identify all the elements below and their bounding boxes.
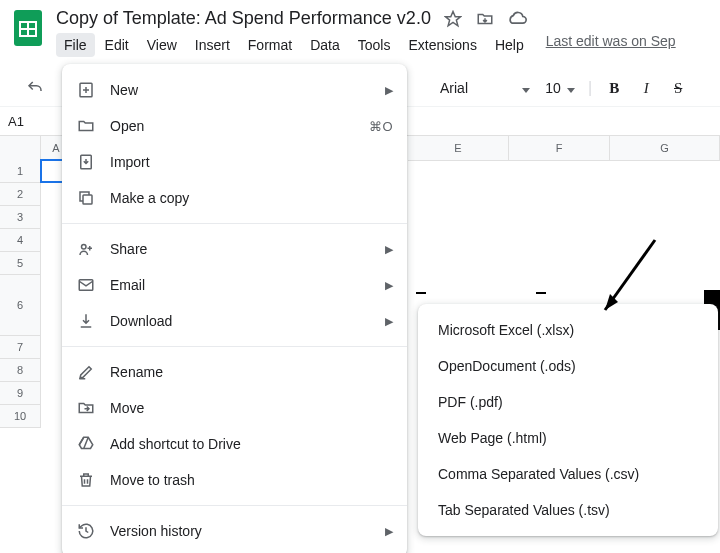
menu-separator <box>62 346 407 347</box>
submenu-arrow-icon: ▶ <box>385 315 393 328</box>
strikethrough-button[interactable]: S <box>664 74 692 102</box>
row-header[interactable]: 7 <box>0 336 40 359</box>
menu-view[interactable]: View <box>139 33 185 57</box>
column-header[interactable]: E <box>408 136 509 161</box>
sheets-logo[interactable] <box>8 8 48 48</box>
menu-format[interactable]: Format <box>240 33 300 57</box>
last-edit-link[interactable]: Last edit was on Sep <box>546 33 676 57</box>
row-header[interactable]: 9 <box>0 382 40 405</box>
menu-data[interactable]: Data <box>302 33 348 57</box>
row-header[interactable]: 4 <box>0 229 40 252</box>
submenu-arrow-icon: ▶ <box>385 84 393 97</box>
document-title[interactable]: Copy of Template: Ad Spend Performance v… <box>56 8 431 29</box>
menu-separator <box>62 505 407 506</box>
drive-shortcut-icon <box>76 434 96 454</box>
name-box[interactable]: A1 <box>0 114 50 129</box>
file-menu-rename[interactable]: Rename <box>62 354 407 390</box>
menu-item-label: Share <box>110 241 371 257</box>
menu-item-label: Version history <box>110 523 371 539</box>
download-html[interactable]: Web Page (.html) <box>418 420 718 456</box>
submenu-label: Microsoft Excel (.xlsx) <box>438 322 574 338</box>
svg-point-12 <box>82 245 87 250</box>
download-tsv[interactable]: Tab Separated Values (.tsv) <box>418 492 718 528</box>
download-ods[interactable]: OpenDocument (.ods) <box>418 348 718 384</box>
history-icon <box>76 521 96 541</box>
file-menu-download[interactable]: Download ▶ <box>62 303 407 339</box>
menu-item-label: Move to trash <box>110 472 393 488</box>
submenu-label: Tab Separated Values (.tsv) <box>438 502 610 518</box>
download-submenu: Microsoft Excel (.xlsx) OpenDocument (.o… <box>418 304 718 536</box>
select-all-corner[interactable] <box>0 136 41 161</box>
cloud-status-icon[interactable] <box>507 9 527 29</box>
file-menu-new[interactable]: New ▶ <box>62 72 407 108</box>
download-icon <box>76 311 96 331</box>
menu-help[interactable]: Help <box>487 33 532 57</box>
file-menu-make-copy[interactable]: Make a copy <box>62 180 407 216</box>
move-icon <box>76 398 96 418</box>
column-header[interactable]: F <box>509 136 610 161</box>
submenu-label: Web Page (.html) <box>438 430 547 446</box>
download-csv[interactable]: Comma Separated Values (.csv) <box>418 456 718 492</box>
font-name: Arial <box>440 80 468 96</box>
header: Copy of Template: Ad Spend Performance v… <box>0 0 720 70</box>
menu-extensions[interactable]: Extensions <box>400 33 484 57</box>
move-folder-icon[interactable] <box>475 9 495 29</box>
row-header[interactable]: 8 <box>0 359 40 382</box>
file-menu-version-history[interactable]: Version history ▶ <box>62 513 407 549</box>
font-size-select[interactable]: 10 <box>540 76 580 100</box>
file-menu-trash[interactable]: Move to trash <box>62 462 407 498</box>
menu-edit[interactable]: Edit <box>97 33 137 57</box>
submenu-arrow-icon: ▶ <box>385 525 393 538</box>
menu-item-label: Make a copy <box>110 190 393 206</box>
column-header[interactable]: G <box>610 136 720 161</box>
row-header[interactable]: 2 <box>0 183 40 206</box>
menu-item-label: Email <box>110 277 371 293</box>
submenu-label: PDF (.pdf) <box>438 394 503 410</box>
menu-item-label: Add shortcut to Drive <box>110 436 393 452</box>
share-icon <box>76 239 96 259</box>
menu-separator <box>62 223 407 224</box>
folder-icon <box>76 116 96 136</box>
separator: | <box>588 79 592 97</box>
file-menu-dropdown: New ▶ Open ⌘O Import Make a copy Share ▶… <box>62 64 407 553</box>
menu-bar: File Edit View Insert Format Data Tools … <box>56 33 720 57</box>
menu-item-label: Import <box>110 154 393 170</box>
file-menu-import[interactable]: Import <box>62 144 407 180</box>
row-header[interactable]: 6 <box>0 275 40 336</box>
menu-tools[interactable]: Tools <box>350 33 399 57</box>
dropdown-caret-icon <box>567 80 575 96</box>
file-menu-share[interactable]: Share ▶ <box>62 231 407 267</box>
menu-insert[interactable]: Insert <box>187 33 238 57</box>
file-menu-email[interactable]: Email ▶ <box>62 267 407 303</box>
file-menu-add-shortcut[interactable]: Add shortcut to Drive <box>62 426 407 462</box>
submenu-label: OpenDocument (.ods) <box>438 358 576 374</box>
star-icon[interactable] <box>443 9 463 29</box>
row-header[interactable]: 3 <box>0 206 40 229</box>
bold-button[interactable]: B <box>600 74 628 102</box>
menu-item-label: Open <box>110 118 355 134</box>
menu-item-label: New <box>110 82 371 98</box>
font-select[interactable]: Arial <box>430 76 536 100</box>
italic-button[interactable]: I <box>632 74 660 102</box>
undo-button[interactable] <box>20 73 50 103</box>
rename-icon <box>76 362 96 382</box>
file-menu-move[interactable]: Move <box>62 390 407 426</box>
font-size: 10 <box>545 80 561 96</box>
menu-item-label: Move <box>110 400 393 416</box>
trash-icon <box>76 470 96 490</box>
download-xlsx[interactable]: Microsoft Excel (.xlsx) <box>418 312 718 348</box>
menu-item-label: Rename <box>110 364 393 380</box>
row-header[interactable]: 5 <box>0 252 40 275</box>
menu-item-label: Download <box>110 313 371 329</box>
title-row: Copy of Template: Ad Spend Performance v… <box>56 8 720 29</box>
menu-file[interactable]: File <box>56 33 95 57</box>
svg-marker-5 <box>522 88 530 93</box>
row-header[interactable]: 1 <box>0 160 40 183</box>
keyboard-shortcut: ⌘O <box>369 119 393 134</box>
svg-marker-4 <box>445 11 460 25</box>
submenu-arrow-icon: ▶ <box>385 279 393 292</box>
download-pdf[interactable]: PDF (.pdf) <box>418 384 718 420</box>
new-icon <box>76 80 96 100</box>
row-header[interactable]: 10 <box>0 405 40 428</box>
file-menu-open[interactable]: Open ⌘O <box>62 108 407 144</box>
